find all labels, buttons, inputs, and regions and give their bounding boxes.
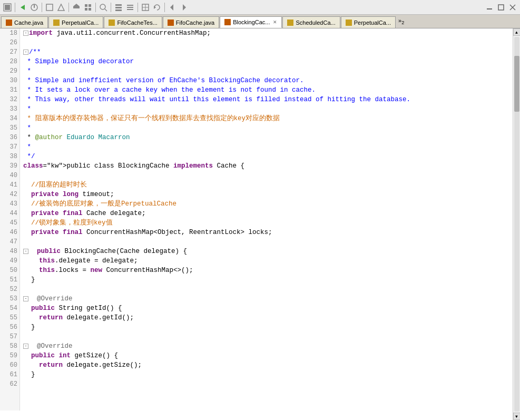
tab-icon-scheduled (287, 19, 293, 26)
code-line-43: //被装饰的底层对象，一般是PerpetualCache (23, 199, 513, 209)
toolbar-icon-nav-back[interactable] (167, 2, 178, 13)
line-num-57: 57 (0, 332, 19, 341)
toolbar-icon-nav-fwd[interactable] (179, 2, 189, 13)
line-num-48: 48 (0, 247, 19, 256)
line-num-32: 32 (0, 95, 19, 104)
svg-rect-17 (115, 9, 122, 11)
line-num-27: 27 (0, 47, 19, 57)
svg-marker-26 (183, 4, 186, 11)
toolbar-icon-10[interactable] (125, 2, 135, 13)
toolbar-icon-11[interactable] (140, 2, 151, 13)
toolbar-icon-7[interactable] (83, 2, 93, 13)
toolbar-icon-maximize[interactable] (496, 2, 506, 13)
tab-fifo-java[interactable]: FifoCache.java (163, 16, 219, 28)
toolbar-icon-4[interactable] (44, 2, 55, 13)
tab-close-blocking[interactable]: ✕ (273, 19, 277, 25)
svg-marker-2 (21, 5, 25, 10)
tab-perpetual-2[interactable]: PerpetualCa... (341, 16, 396, 28)
svg-marker-8 (73, 4, 80, 6)
svg-rect-10 (89, 4, 91, 7)
code-line-36: * @author Eduardo Macarron (23, 133, 513, 142)
scroll-vthumb[interactable] (514, 56, 519, 112)
scroll-down-arrow[interactable]: ▼ (513, 413, 521, 420)
code-line-44: private final Cache delegate; (23, 209, 513, 218)
line-num-49: 49 (0, 256, 19, 266)
svg-rect-16 (115, 7, 122, 8)
toolbar-icon-back[interactable] (17, 2, 28, 13)
code-line-61: } (23, 370, 513, 379)
code-line-57 (23, 332, 513, 341)
toolbar-icon-close-win[interactable] (507, 2, 518, 13)
code-line-59: public int getSize() { (23, 351, 513, 360)
toolbar-icon-8[interactable] (98, 2, 109, 13)
code-line-45: //锁对象集，粒度到key值 (23, 218, 513, 228)
toolbar-icon-minimize[interactable] (484, 2, 495, 13)
tab-icon-blocking (224, 19, 231, 25)
code-line-42: private long timeout; (23, 190, 513, 199)
code-line-33: * (23, 104, 513, 114)
line-num-35: 35 (0, 123, 19, 133)
tab-scheduled[interactable]: ScheduledCa... (282, 16, 340, 28)
toolbar-sep-7 (164, 3, 165, 12)
fold-marker-53[interactable]: - (23, 296, 28, 301)
tab-cache-java[interactable]: Cache.java (1, 16, 48, 28)
line-num-58: 58 (0, 341, 19, 351)
line-num-30: 30 (0, 76, 19, 85)
tab-icon-fifo-test (109, 19, 115, 26)
toolbar-icon-1[interactable] (2, 2, 13, 13)
tab-perpetual-1[interactable]: PerpetualCa... (48, 16, 103, 28)
svg-rect-7 (73, 6, 80, 8)
code-line-60: return delegate.getSize(); (23, 360, 513, 370)
fold-marker-18[interactable]: - (23, 31, 28, 36)
fold-marker-48[interactable]: - (23, 249, 28, 254)
code-line-39: class="kw">public class BlockingCache im… (23, 161, 513, 171)
tab-label-cache: Cache.java (14, 19, 43, 26)
toolbar-icon-refresh[interactable] (152, 2, 162, 13)
code-line-50: this.locks = new ConcurrentHashMap<>(); (23, 266, 513, 275)
toolbar-icon-5[interactable] (56, 2, 66, 13)
line-num-45: 45 (0, 218, 19, 228)
code-line-34: * 阻塞版本的缓存装饰器，保证只有一个线程到数据库去查找指定的key对应的数据 (23, 114, 513, 123)
line-num-59: 59 (0, 351, 19, 360)
code-line-27: -/** (23, 47, 513, 57)
tab-blocking-cache[interactable]: BlockingCac... ✕ (220, 16, 282, 28)
code-line-41: //阻塞的超时时长 (23, 180, 513, 190)
code-line-62 (23, 379, 513, 389)
tab-bar: Cache.java PerpetualCa... FifoCacheTes..… (0, 15, 520, 28)
line-num-40: 40 (0, 171, 19, 180)
scroll-up-arrow[interactable]: ▲ (513, 28, 521, 36)
code-line-54: public String getId() { (23, 304, 513, 313)
tab-overflow[interactable]: »2 (396, 17, 406, 25)
line-num-36: 36 (0, 133, 19, 142)
code-line-29: * (23, 66, 513, 76)
right-scrollbar[interactable]: ▲ ▼ (513, 28, 520, 420)
line-num-39: 39 (0, 161, 19, 171)
code-line-56: } (23, 323, 513, 332)
code-line-47 (23, 237, 513, 247)
code-line-52 (23, 285, 513, 294)
code-line-35: * (23, 123, 513, 133)
tab-label-fifo-test: FifoCacheTes... (117, 19, 157, 26)
line-num-52: 52 (0, 285, 19, 294)
toolbar-icon-3[interactable] (29, 2, 40, 13)
fold-marker-58[interactable]: - (23, 344, 28, 349)
line-num-55: 55 (0, 313, 19, 323)
code-area[interactable]: -import java.util.concurrent.ConcurrentH… (20, 28, 513, 411)
toolbar-sep-5 (111, 3, 111, 12)
code-line-53: - @Override (23, 294, 513, 304)
line-num-31: 31 (0, 85, 19, 95)
fold-marker-27[interactable]: - (23, 50, 28, 55)
code-line-18: -import java.util.concurrent.ConcurrentH… (23, 28, 513, 38)
line-num-46: 46 (0, 228, 19, 237)
line-num-61: 61 (0, 370, 19, 379)
scroll-vtrack[interactable] (514, 37, 519, 412)
toolbar-sep-3 (68, 3, 69, 12)
tab-fifo-test[interactable]: FifoCacheTes... (104, 16, 162, 28)
toolbar-icon-9[interactable] (113, 2, 124, 13)
code-line-31: * It sets a lock over a cache key when t… (23, 85, 513, 95)
svg-point-13 (100, 4, 105, 9)
toolbar-sep-6 (138, 3, 138, 12)
svg-rect-19 (127, 7, 133, 8)
svg-marker-6 (58, 4, 64, 11)
toolbar-icon-6[interactable] (71, 2, 82, 13)
